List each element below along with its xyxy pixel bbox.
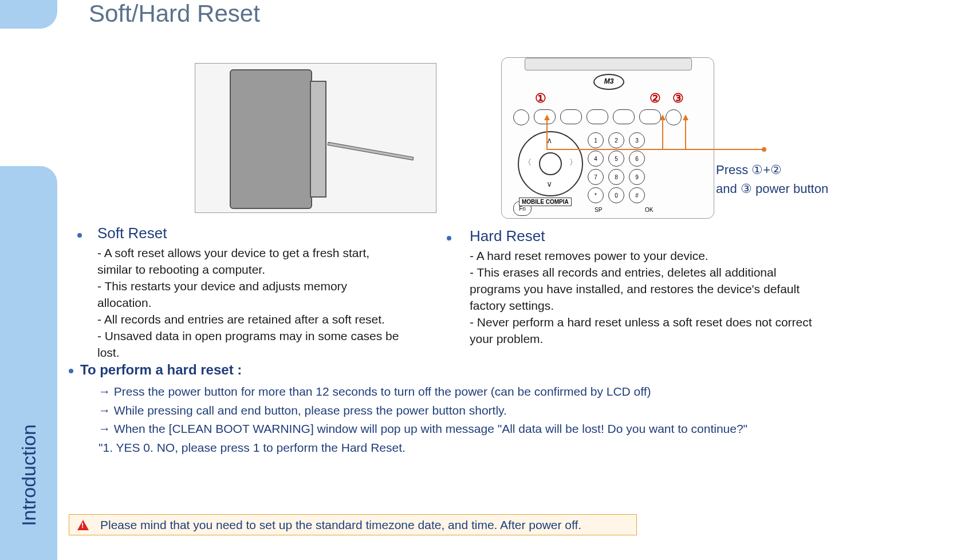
callout-line (685, 120, 686, 149)
marker-3: ③ (672, 91, 684, 106)
warning-icon (77, 520, 89, 530)
end-key-icon (639, 109, 661, 124)
num-key-icon: 2 (608, 132, 624, 148)
hard-line: - This erases all records and entries, d… (470, 265, 859, 281)
soft-reset-heading: Soft Reset (97, 224, 167, 242)
step-line: → Press the power button for more than 1… (99, 382, 832, 401)
soft-line: - This restarts your device and adjusts … (97, 278, 418, 295)
arrow-up-icon (683, 115, 688, 120)
power-key-icon (666, 109, 682, 125)
device-top-icon (525, 58, 692, 70)
step-line: → When the [CLEAN BOOT WARNING] window w… (99, 420, 832, 439)
left-arrow-icon: 〈 (524, 157, 532, 168)
warning-box: Please mind that you need to set up the … (69, 514, 637, 535)
down-arrow-icon: ∨ (546, 179, 552, 188)
warning-text: Please mind that you need to set up the … (100, 518, 581, 532)
num-key-icon: 1 (588, 132, 604, 148)
header-tab (0, 0, 57, 29)
key-icon (587, 109, 608, 124)
soft-line: - A soft reset allows your device to get… (97, 245, 418, 262)
num-key-icon: 8 (608, 169, 624, 185)
dpad-icon: ∧ ∨ 〈 〉 (518, 131, 583, 196)
step-line: "1. YES 0. NO, please press 1 to perform… (99, 439, 832, 458)
sp-label: SP (595, 207, 602, 213)
num-key-icon: # (629, 187, 645, 203)
device-body-icon (230, 69, 312, 209)
arrow-up-icon (544, 115, 550, 120)
num-key-icon: 6 (629, 151, 645, 167)
soft-line: allocation. (97, 295, 418, 311)
callout-line (546, 149, 764, 150)
ok-label: OK (645, 207, 653, 213)
num-key-icon: 0 (608, 187, 624, 203)
soft-line: - Unsaved data in open programs may in s… (97, 328, 418, 345)
num-key-icon: 5 (608, 151, 624, 167)
bullet-icon (69, 369, 73, 373)
perform-steps: → Press the power button for more than 1… (99, 382, 832, 457)
device-side-figure (195, 63, 436, 213)
sidebar-label: Introduction (18, 424, 40, 526)
hard-line: - A hard reset removes power to your dev… (470, 248, 859, 265)
key-icon (513, 109, 529, 125)
marker-2: ② (650, 91, 661, 106)
bullet-icon (77, 233, 82, 238)
step-line: → While pressing call and end button, pl… (99, 401, 832, 420)
hard-line: programs you have installed, and restore… (470, 281, 859, 298)
num-key-icon: 7 (588, 169, 604, 185)
brand-label: MOBILE COMPIA (519, 198, 572, 206)
perform-heading: To perform a hard reset : (80, 362, 242, 378)
content-area: M3 ∧ ∨ 〈 〉 1 2 3 4 (63, 46, 980, 560)
num-key-icon: * (588, 187, 604, 203)
soft-line: lost. (97, 345, 418, 361)
soft-reset-description: - A soft reset allows your device to get… (97, 245, 418, 361)
soft-line: - All records and entries are retained a… (97, 311, 418, 328)
callout-line (546, 120, 548, 149)
device-keypad-figure: M3 ∧ ∨ 〈 〉 1 2 3 4 (501, 57, 714, 219)
marker-1: ① (535, 91, 546, 106)
soft-line: similar to rebooting a computer. (97, 262, 418, 278)
stylus-icon (328, 142, 414, 160)
hard-reset-description: - A hard reset removes power to your dev… (470, 248, 859, 348)
key-icon (560, 109, 582, 124)
press-instruction: Press ①+② and ③ power button (716, 160, 828, 198)
bullet-icon (447, 236, 451, 240)
press-line2: and ③ power button (716, 182, 828, 196)
m3-logo-icon: M3 (593, 74, 624, 90)
press-line1: Press ①+② (716, 163, 782, 177)
hard-line: factory settings. (470, 298, 859, 314)
callout-dot-icon (762, 147, 766, 152)
hard-line: your problem. (470, 331, 859, 348)
num-key-icon: 3 (629, 132, 645, 148)
key-icon (613, 109, 635, 124)
num-key-icon: 9 (629, 169, 645, 185)
device-side-icon (310, 81, 326, 198)
page-title: Soft/Hard Reset (89, 0, 260, 27)
callout-line (662, 120, 663, 149)
sidebar: Introduction 14 (0, 166, 57, 560)
hard-line: - Never perform a hard reset unless a so… (470, 314, 859, 331)
num-key-icon: 4 (588, 151, 604, 167)
right-arrow-icon: 〉 (569, 157, 577, 168)
arrow-up-icon (660, 115, 666, 120)
hard-reset-heading: Hard Reset (470, 227, 545, 245)
